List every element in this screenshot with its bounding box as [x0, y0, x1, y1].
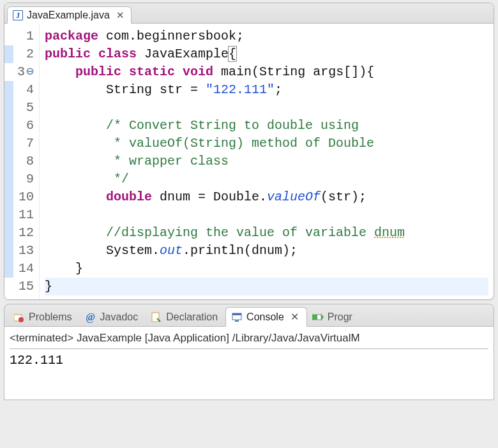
tab-javadoc[interactable]: @ Javadoc: [80, 308, 146, 326]
tab-console-label: Console: [246, 311, 284, 323]
declaration-icon: [151, 311, 162, 323]
java-file-icon: J: [13, 10, 23, 20]
console-icon: [231, 311, 243, 323]
problems-icon: [13, 311, 25, 323]
close-icon[interactable]: ✕: [116, 10, 124, 21]
bottom-panel: Problems @ Javadoc Declaration Console ✕…: [4, 304, 494, 400]
tab-progress[interactable]: Progr: [307, 308, 360, 326]
svg-marker-9: [321, 313, 324, 321]
tab-declaration[interactable]: Declaration: [146, 308, 225, 326]
line-number-gutter: 123⊖456789101112131415: [13, 24, 40, 299]
bottom-tab-bar: Problems @ Javadoc Declaration Console ✕…: [4, 304, 494, 327]
tab-javadoc-label: Javadoc: [100, 311, 139, 323]
console-output: 122.111: [10, 349, 488, 368]
console-status: <terminated> JavaExample [Java Applicati…: [10, 329, 488, 349]
tab-declaration-label: Declaration: [166, 311, 218, 323]
tab-problems[interactable]: Problems: [8, 308, 80, 326]
console-body: <terminated> JavaExample [Java Applicati…: [4, 327, 494, 400]
code-area[interactable]: 123⊖456789101112131415 package com.begin…: [4, 24, 494, 299]
code-content[interactable]: package com.beginnersbook;public class J…: [40, 24, 494, 299]
tab-problems-label: Problems: [29, 311, 72, 323]
svg-rect-2: [152, 313, 159, 322]
editor-tab-bar: J JavaExample.java ✕: [4, 3, 494, 24]
progress-icon: [312, 311, 324, 323]
close-icon[interactable]: ✕: [290, 311, 299, 323]
svg-point-1: [19, 317, 24, 322]
javadoc-icon: @: [85, 311, 96, 323]
editor-pane: J JavaExample.java ✕ 123⊖456789101112131…: [4, 3, 494, 300]
marker-strip: [4, 24, 13, 299]
tab-console[interactable]: Console ✕: [225, 307, 307, 327]
editor-tab-filename: JavaExample.java: [27, 10, 110, 21]
svg-rect-6: [235, 320, 239, 322]
svg-rect-8: [312, 315, 317, 320]
tab-progress-label: Progr: [328, 311, 352, 323]
editor-tab-active[interactable]: J JavaExample.java ✕: [7, 6, 132, 24]
svg-rect-5: [232, 313, 241, 315]
